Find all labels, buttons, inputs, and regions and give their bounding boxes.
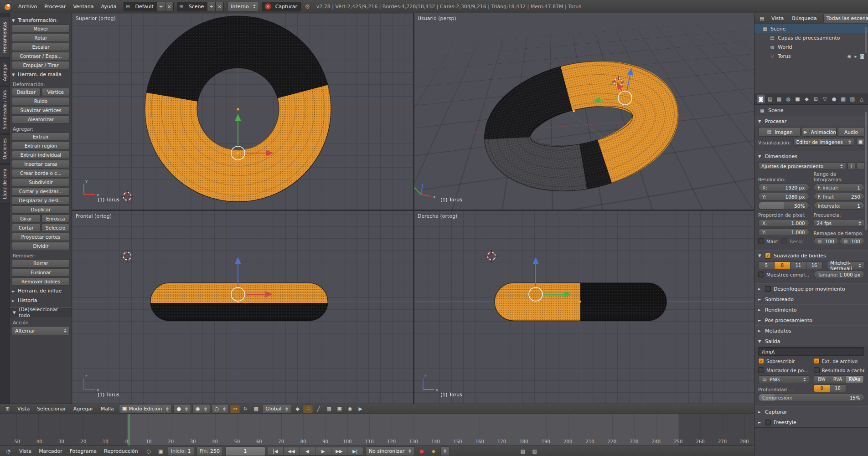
transport-button[interactable]: |◀ <box>268 447 284 456</box>
lock-interface-icon[interactable]: ▣ <box>857 138 864 146</box>
render-camera-icon[interactable]: ◙ <box>859 54 865 59</box>
scene-tab-icon[interactable]: ▦ <box>775 94 783 103</box>
placeholders-checkbox[interactable]: Marcador de po... <box>758 366 809 374</box>
tool-button[interactable]: Escalar <box>12 43 70 51</box>
menu-item[interactable]: Marcador <box>35 446 66 456</box>
render-animation-button[interactable]: ▶ Animación <box>802 127 837 137</box>
file-format-select[interactable]: ▤ PNG <box>758 375 809 383</box>
auto-keyframe-record-icon[interactable]: ● <box>417 447 426 456</box>
selectable-arrow-icon[interactable]: ▸ <box>852 54 859 59</box>
frame-start-field[interactable]: F. inicial:1 <box>814 184 865 191</box>
framerate-select[interactable]: 24 fps <box>814 219 865 227</box>
aspect-y-field[interactable]: Y:1.000 <box>758 228 809 236</box>
performance-panel-header[interactable]: ► Rendimiento <box>754 305 868 315</box>
shading-panel-header[interactable]: ► Sombreado <box>754 294 868 304</box>
aa-samples-5[interactable]: 5 <box>758 261 775 269</box>
3d-viewport[interactable]: x y <box>72 13 754 404</box>
tool-button[interactable]: Proyectar cortes <box>12 233 70 241</box>
modifiers-tab-icon[interactable]: ⊞ <box>811 94 820 103</box>
transform-panel-header[interactable]: ▼ Transformación: <box>12 16 70 25</box>
aspect-x-field[interactable]: X:1.000 <box>758 219 809 227</box>
influence-panel-header[interactable]: ► Herram. de influe <box>12 287 70 295</box>
outliner-item-render-layers[interactable]: ▤ Capas de procesamiento <box>754 33 868 42</box>
menu-item[interactable]: Vista <box>16 446 35 456</box>
overwrite-checkbox[interactable]: Sobrescribir <box>758 357 809 365</box>
render-panel-header[interactable]: ▼ Procesar <box>754 116 868 126</box>
viewport-canvas[interactable]: x y <box>72 13 754 404</box>
physics-tab-icon[interactable]: △ <box>858 94 866 103</box>
tool-button[interactable]: Insertar caras <box>12 160 70 168</box>
select-edge-icon[interactable]: ╱ <box>314 405 323 413</box>
data-tab-icon[interactable]: ▽ <box>821 94 829 103</box>
border-checkbox[interactable]: Marc <box>758 237 778 245</box>
layout-name[interactable]: Default <box>132 4 157 10</box>
outliner-menu-busqueda[interactable]: Búsqueda <box>788 14 821 24</box>
3d-cursor[interactable] <box>121 250 133 262</box>
opengl-render-icon[interactable]: ◉ <box>345 405 355 413</box>
remove-preset-button[interactable]: − <box>857 162 864 170</box>
tool-button[interactable]: Mover <box>12 25 70 33</box>
dimensions-panel-header[interactable]: ▼ Dimensiones <box>754 151 868 161</box>
menu-item[interactable]: Vista <box>14 404 33 414</box>
mode-select[interactable]: ▣ Modo Edición <box>119 404 172 414</box>
antialiasing-checkbox[interactable] <box>765 253 771 259</box>
display-mode-select[interactable]: Editor de imágenes <box>793 138 854 146</box>
post-processing-panel-header[interactable]: ► Pos procesamiento <box>754 315 868 325</box>
menu-item[interactable]: Ventana <box>69 1 97 11</box>
tool-button[interactable]: Suavizar vértices <box>12 106 70 114</box>
freestyle-panel-header[interactable]: ► Freestyle <box>754 417 868 427</box>
current-frame-field[interactable]: 1 <box>225 446 265 456</box>
translate-manipulator[interactable] <box>231 115 273 160</box>
aa-samples-16[interactable]: 16 <box>806 261 822 269</box>
full-sample-checkbox[interactable]: Muestreo compl... <box>758 271 809 278</box>
menu-item[interactable]: Reproducción <box>100 446 142 456</box>
resolution-y-field[interactable]: Y:1080 px <box>758 193 809 200</box>
3d-cursor[interactable] <box>121 190 133 202</box>
history-panel-header[interactable]: ► Historia <box>12 296 70 305</box>
aa-size-field[interactable]: Tamaño:1.000 px <box>814 271 865 278</box>
tool-button[interactable]: Cortar y deslizar... <box>12 187 70 195</box>
particles-tab-icon[interactable]: ▨ <box>848 94 857 103</box>
torus-top-view[interactable] <box>145 16 331 202</box>
frame-end-field[interactable]: F. final:250 <box>814 193 865 200</box>
add-preset-button[interactable]: + <box>847 162 855 170</box>
depth-16[interactable]: 16 <box>830 384 846 392</box>
keying-set-select[interactable] <box>440 446 450 456</box>
tool-button-vertice[interactable]: Vértice <box>41 88 70 96</box>
menu-item[interactable]: Malla <box>97 404 118 414</box>
aa-filter-select[interactable]: Mitchell-Netravali <box>827 261 864 269</box>
output-path-field[interactable]: /tmp\ <box>758 347 864 356</box>
file-extension-checkbox[interactable]: Ext. de archivo <box>814 357 865 365</box>
action-select[interactable]: Alternar <box>12 326 70 335</box>
lock-time-icon[interactable]: ▣ <box>156 447 165 456</box>
manipulator-scale-icon[interactable]: ▩ <box>251 405 261 413</box>
properties-scrollbar[interactable] <box>865 112 867 230</box>
time-remap-new-field[interactable]: 100 <box>840 237 864 245</box>
tool-button[interactable]: Fusionar <box>12 268 70 277</box>
snap-magnet-icon[interactable]: ◆ <box>293 405 302 413</box>
material-tab-icon[interactable]: ● <box>830 94 838 103</box>
outliner-item-world[interactable]: ◍ World <box>754 42 868 51</box>
menu-item[interactable]: Procesar <box>41 1 69 11</box>
outliner-item-torus[interactable]: ▽ Torus ◉ ▸ ◙ <box>754 51 868 61</box>
texture-tab-icon[interactable]: ▩ <box>839 94 847 103</box>
menu-item[interactable]: Ayuda <box>98 1 120 11</box>
crop-checkbox[interactable]: Recor <box>781 237 803 245</box>
capture-panel-header[interactable]: ► Capturar <box>754 407 868 417</box>
tab-agregar[interactable]: Agregar <box>0 59 10 85</box>
tool-button-girar[interactable]: Girar <box>12 215 41 223</box>
motion-blur-panel-header[interactable]: ► Desenfoque por movimiento <box>754 284 868 294</box>
transform-orientation-select[interactable]: Global <box>262 404 291 414</box>
tool-button[interactable]: Rotar <box>12 34 70 42</box>
tool-button[interactable]: Extruir región <box>12 142 70 150</box>
frame-end-field[interactable]: Fin: 250 <box>196 446 223 456</box>
resolution-x-field[interactable]: X:1920 px <box>758 184 809 191</box>
tool-button-cortar[interactable]: Cortar <box>12 224 41 232</box>
tool-button[interactable]: Extruir <box>12 133 70 141</box>
outliner-item-scene[interactable]: ▦ Scene <box>754 24 868 33</box>
render-layers-tab-icon[interactable]: ▤ <box>766 94 774 103</box>
world-tab-icon[interactable]: ◍ <box>784 94 792 103</box>
editor-type-icon[interactable]: ▤ <box>757 14 767 23</box>
3d-cursor[interactable] <box>486 250 497 262</box>
frame-start-field[interactable]: Inicio: 1 <box>168 446 194 456</box>
